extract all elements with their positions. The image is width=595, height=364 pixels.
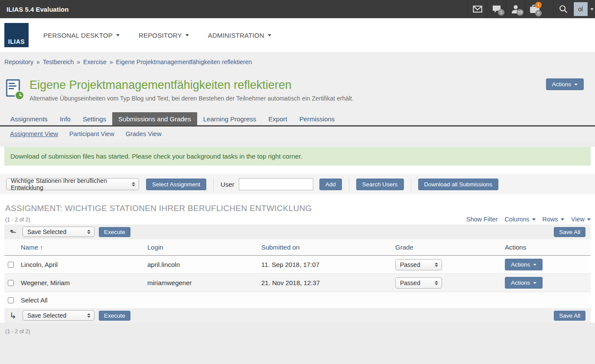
column-header-actions: Actions <box>505 244 591 251</box>
subtab-assignment-view[interactable]: Assignment View <box>6 130 62 137</box>
select-stepper-icon <box>435 281 438 285</box>
search-button[interactable] <box>553 0 572 18</box>
mail-button[interactable] <box>468 0 487 18</box>
select-all-row: Select All <box>4 292 591 308</box>
success-message: Download of submission files has started… <box>4 147 591 166</box>
tab-settings[interactable]: Settings <box>77 112 112 125</box>
cell-submitted-on: 11. Sep 2018, 17:07 <box>261 261 395 268</box>
column-header-submitted-on[interactable]: Submitted on <box>261 244 395 251</box>
mail-icon <box>473 5 482 13</box>
bulk-action-select-top[interactable]: Save Selected <box>23 227 94 237</box>
breadcrumb-repository[interactable]: Repository <box>4 58 33 65</box>
chevron-down-icon <box>533 282 536 284</box>
background-tasks-badge: 0 <box>535 10 542 16</box>
page-actions-button[interactable]: Actions <box>546 78 584 90</box>
table-row: Wegener, Miriam miriamwegener 21. Nov 20… <box>4 274 591 292</box>
execute-button-bottom[interactable]: Execute <box>99 311 130 321</box>
chevron-down-icon <box>561 218 564 221</box>
title-text: Eigene Projektmanagementfähigkeiten refl… <box>29 78 546 102</box>
ilias-logo[interactable]: ILIAS <box>4 23 29 47</box>
subtab-participant-view[interactable]: Participant View <box>65 130 118 137</box>
select-all-label: Select All <box>21 296 48 304</box>
nav-repository[interactable]: REPOSITORY <box>139 32 189 39</box>
row-actions-button[interactable]: Actions <box>505 277 543 289</box>
table-header-row: Name↑ Login Submitted on Grade Actions <box>4 239 591 256</box>
chat-button[interactable]: 1 <box>487 0 506 18</box>
tab-learning-progress[interactable]: Learning Progress <box>197 112 263 125</box>
select-assignment-button[interactable]: Select Assignment <box>146 179 206 190</box>
select-stepper-icon <box>435 263 438 267</box>
page-subtitle: Alternative Übungseinheiten vom Typ Blog… <box>29 95 546 102</box>
cell-actions: Actions <box>505 277 591 289</box>
table-row: Lincoln, April april.lincoln 11. Sep 201… <box>4 256 591 274</box>
assignment-select[interactable]: Wichtige Stationen Ihrer beruflichen Ent… <box>6 178 139 190</box>
columns-label: Columns <box>504 216 529 223</box>
save-all-button-top[interactable]: Save All <box>554 227 585 237</box>
main-nav: PERSONAL DESKTOP REPOSITORY ADMINISTRATI… <box>43 32 271 39</box>
chevron-down-icon <box>532 218 536 221</box>
breadcrumb-current[interactable]: Eigene Projektmanagementfähigkeiten refl… <box>116 58 252 65</box>
corner-up-right-icon: ⬑ <box>10 228 16 236</box>
grade-value: Passed <box>400 261 420 268</box>
chevron-down-icon <box>587 218 591 221</box>
top-bar: ILIAS 5.4 Evaluation 1 <box>0 0 595 18</box>
cell-grade: Passed <box>395 259 505 270</box>
save-all-button-bottom[interactable]: Save All <box>554 311 585 321</box>
add-button[interactable]: Add <box>319 179 342 190</box>
view-dropdown[interactable]: View <box>571 216 591 223</box>
chevron-down-icon <box>574 84 578 85</box>
toolbar: Wichtige Stationen Ihrer beruflichen Ent… <box>0 174 595 194</box>
cell-name: Wegener, Miriam <box>21 279 147 286</box>
exercise-icon <box>6 79 24 99</box>
tab-assignments[interactable]: Assignments <box>4 112 54 125</box>
background-tasks-new-badge: 1 <box>535 2 542 8</box>
column-header-login[interactable]: Login <box>147 244 261 251</box>
bulk-action-value: Save Selected <box>27 228 66 235</box>
breadcrumb-testbereich[interactable]: Testbereich <box>43 58 74 65</box>
grade-header-label: Grade <box>395 244 413 251</box>
select-stepper-icon <box>87 313 91 318</box>
background-tasks-button[interactable]: 1 0 <box>525 0 544 18</box>
view-controls: Show Filter Columns Rows View <box>466 216 591 223</box>
tab-submissions-and-grades[interactable]: Submissions and Grades <box>112 112 197 125</box>
rows-dropdown[interactable]: Rows <box>543 216 564 223</box>
tab-permissions[interactable]: Permissions <box>293 112 341 125</box>
nav-administration[interactable]: ADMINISTRATION <box>208 32 271 39</box>
subtab-grades-view[interactable]: Grades View <box>122 130 166 137</box>
tab-info[interactable]: Info <box>54 112 77 125</box>
select-all-checkbox[interactable] <box>8 297 14 303</box>
chevron-down-icon <box>533 264 536 266</box>
execute-button-top[interactable]: Execute <box>99 227 130 237</box>
search-icon <box>559 5 568 13</box>
bulk-action-select-bottom[interactable]: Save Selected <box>23 310 94 321</box>
topbar-controls: 1 10 1 0 <box>468 0 595 18</box>
avatar[interactable]: ol <box>574 2 588 16</box>
show-filter-link[interactable]: Show Filter <box>466 216 498 223</box>
user-input[interactable] <box>239 178 313 190</box>
toolbar-divider <box>349 177 349 191</box>
nav-label: ADMINISTRATION <box>208 32 264 39</box>
who-is-online-button[interactable]: 10 <box>506 0 525 18</box>
row-checkbox[interactable] <box>8 280 14 286</box>
columns-dropdown[interactable]: Columns <box>504 216 535 223</box>
grade-select[interactable]: Passed <box>395 277 442 289</box>
user-menu[interactable]: ol <box>572 0 595 18</box>
who-is-online-badge: 10 <box>517 9 523 16</box>
column-header-name[interactable]: Name↑ <box>21 244 147 251</box>
download-all-submissions-button[interactable]: Download all Submissions <box>418 179 499 190</box>
grade-select[interactable]: Passed <box>395 259 442 270</box>
breadcrumb-exercise[interactable]: Exercise <box>83 58 107 65</box>
toolbar-divider <box>213 177 214 191</box>
chevron-down-icon <box>268 34 271 36</box>
main-header: ILIAS PERSONAL DESKTOP REPOSITORY ADMINI… <box>0 18 595 52</box>
row-actions-button[interactable]: Actions <box>505 259 543 270</box>
row-checkbox[interactable] <box>8 262 14 268</box>
assignment-heading: ASSIGNMENT: WICHTIGE STATIONEN IHRER BER… <box>5 204 591 213</box>
page-head-section: Repository»Testbereich»Exercise»Eigene P… <box>0 52 595 143</box>
search-users-button[interactable]: Search Users <box>356 179 404 190</box>
page-actions-label: Actions <box>552 81 571 88</box>
tab-export[interactable]: Export <box>262 112 293 125</box>
column-header-grade[interactable]: Grade <box>395 244 505 251</box>
title-block: Eigene Projektmanagementfähigkeiten refl… <box>0 67 595 102</box>
nav-personal-desktop[interactable]: PERSONAL DESKTOP <box>43 32 120 39</box>
